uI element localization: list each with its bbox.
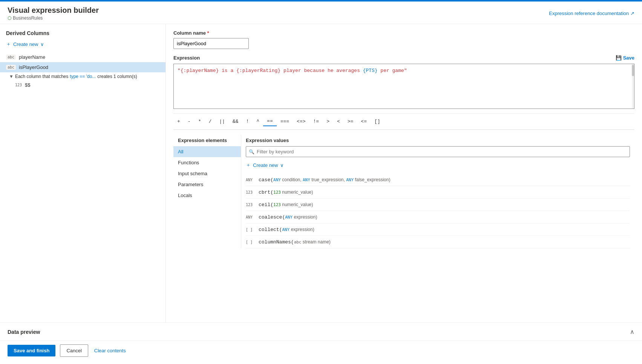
- page-title: Visual expression builder: [8, 6, 99, 15]
- op-strict-equal[interactable]: ===: [277, 117, 293, 126]
- expression-label-text: Expression: [173, 55, 200, 61]
- func-item-ceil[interactable]: 123 ceil(123 numeric_value): [246, 199, 630, 211]
- dollar-item: 123 $$: [0, 81, 165, 89]
- save-expression-button[interactable]: 💾 Save: [616, 55, 634, 61]
- func-item-cbrt[interactable]: 123 cbrt(123 numeric_value): [246, 186, 630, 199]
- pattern-item: ▼ Each column that matches type == 'do..…: [0, 72, 165, 81]
- column-name-input[interactable]: [173, 38, 249, 49]
- expr-playerName-ref: {:playerName}: [181, 68, 219, 73]
- filter-search-icon: 🔍: [249, 149, 254, 154]
- nav-item-input-schema[interactable]: Input schema: [173, 168, 241, 179]
- func-item-coalesce[interactable]: ANY coalesce(ANY expression): [246, 211, 630, 223]
- plus-icon-expr: ＋: [246, 162, 251, 168]
- func-item-case[interactable]: ANY case(ANY condition, ANY true_express…: [246, 174, 630, 186]
- nav-item-locals[interactable]: Locals: [173, 190, 241, 201]
- op-divide[interactable]: /: [205, 117, 215, 126]
- header-info: Visual expression builder ⬡ BusinessRule…: [8, 6, 99, 21]
- op-equal[interactable]: ==: [263, 117, 277, 126]
- chevron-down-expr-icon: ∨: [280, 162, 284, 168]
- data-preview-collapse-button[interactable]: ∧: [630, 328, 634, 335]
- expr-playerRating-ref: {:playerRating}: [236, 68, 280, 73]
- expression-elements: Expression elements All Functions Input …: [173, 135, 241, 248]
- op-gte[interactable]: >=: [344, 117, 357, 126]
- case-func: case(ANY condition, ANY true_expression,…: [259, 177, 390, 183]
- op-brackets[interactable]: []: [371, 117, 384, 126]
- editor-scrollbar[interactable]: [632, 64, 634, 109]
- cancel-button[interactable]: Cancel: [60, 344, 88, 357]
- save-floppy-icon: 💾: [616, 55, 622, 61]
- create-new-expr-button[interactable]: ＋ Create new ∨: [246, 161, 630, 169]
- op-caret[interactable]: ^: [253, 117, 263, 126]
- pattern-link[interactable]: type == 'do...: [70, 74, 96, 79]
- data-preview-title: Data preview: [8, 329, 40, 335]
- external-link-icon: ↗: [630, 11, 634, 16]
- filter-input[interactable]: [246, 146, 630, 157]
- collect-func: collect(ANY expression): [259, 226, 314, 232]
- expr-pts-ref: {PTS}: [363, 68, 378, 73]
- func-item-collect[interactable]: [ ] collect(ANY expression): [246, 223, 630, 236]
- right-panel: Column name * Expression 💾 Save "{:playe…: [166, 24, 642, 323]
- collect-type: [ ]: [246, 228, 256, 232]
- op-multiply[interactable]: *: [195, 117, 205, 126]
- expression-section: Expression 💾 Save: [173, 55, 634, 61]
- expr-values-title: Expression values: [246, 135, 630, 146]
- create-new-button[interactable]: ＋ Create new ∨: [0, 39, 165, 49]
- doc-link-text: Expression reference documentation: [549, 11, 629, 16]
- ceil-func: ceil(123 numeric_value): [259, 202, 313, 208]
- dollar-name: $$: [25, 82, 30, 88]
- plus-icon: ＋: [6, 41, 11, 47]
- cbrt-type: 123: [246, 190, 256, 194]
- expression-editor[interactable]: "{:playerName} is a {:playerRating} play…: [173, 64, 634, 109]
- main-layout: Derived Columns ＋ Create new ∨ abc playe…: [0, 24, 642, 323]
- column-type-abc-2: abc: [6, 65, 16, 70]
- op-lt[interactable]: <: [333, 117, 344, 126]
- column-item-playerName[interactable]: abc playerName: [0, 52, 165, 62]
- column-name-isPlayerGood: isPlayerGood: [19, 64, 48, 70]
- required-star: *: [207, 30, 209, 36]
- columnNames-func: columnNames(abc stream name): [259, 239, 331, 245]
- business-rules-icon: ⬡: [8, 15, 11, 21]
- pattern-label: Each column that matches: [15, 74, 68, 79]
- column-type-abc: abc: [6, 55, 16, 60]
- column-name-label: Column name *: [173, 30, 634, 36]
- clear-contents-button[interactable]: Clear contents: [93, 345, 127, 356]
- op-or[interactable]: ||: [215, 117, 229, 126]
- operators-row: + - * / || && ! ^ == === <=> != > < >= <…: [173, 113, 634, 130]
- pattern-suffix: creates 1 column(s): [97, 74, 137, 79]
- column-item-isPlayerGood[interactable]: abc isPlayerGood: [0, 62, 165, 72]
- create-new-label: Create new: [13, 41, 38, 47]
- ceil-type: 123: [246, 203, 256, 207]
- derived-columns-title: Derived Columns: [0, 30, 165, 39]
- column-name-playerName: playerName: [19, 54, 45, 60]
- header: Visual expression builder ⬡ BusinessRule…: [0, 2, 642, 24]
- op-minus[interactable]: -: [184, 117, 195, 126]
- nav-item-functions[interactable]: Functions: [173, 157, 241, 168]
- save-label: Save: [623, 55, 634, 61]
- save-finish-button[interactable]: Save and finish: [8, 345, 55, 356]
- doc-link[interactable]: Expression reference documentation ↗: [549, 11, 634, 16]
- op-lte[interactable]: <=: [357, 117, 371, 126]
- case-type: ANY: [246, 178, 256, 182]
- filter-wrap: 🔍: [246, 146, 630, 157]
- op-plus[interactable]: +: [173, 117, 184, 126]
- action-bar: Save and finish Cancel Clear contents: [0, 341, 642, 360]
- nav-item-all[interactable]: All: [173, 146, 241, 157]
- dollar-type: 123: [15, 83, 22, 87]
- create-new-expr-label: Create new: [253, 162, 278, 168]
- data-preview-bar: Data preview ∧: [0, 323, 642, 341]
- op-gt[interactable]: >: [323, 117, 333, 126]
- expr-player-text: player because he averages: [280, 68, 363, 73]
- columnNames-type: [ ]: [246, 240, 256, 244]
- expr-open-quote: ": [178, 68, 181, 73]
- expr-elements-title: Expression elements: [173, 135, 241, 146]
- arrow-icon: ▼: [9, 74, 14, 79]
- chevron-down-icon: ∨: [40, 41, 44, 47]
- nav-item-parameters[interactable]: Parameters: [173, 179, 241, 190]
- func-item-columnNames[interactable]: [ ] columnNames(abc stream name): [246, 236, 630, 248]
- op-spaceship[interactable]: <=>: [293, 117, 309, 126]
- op-not-equal[interactable]: !=: [310, 117, 323, 126]
- expression-values: Expression values 🔍 ＋ Create new ∨ ANY c…: [241, 135, 634, 248]
- left-panel: Derived Columns ＋ Create new ∨ abc playe…: [0, 24, 166, 323]
- op-not[interactable]: !: [242, 117, 253, 126]
- op-and[interactable]: &&: [229, 117, 242, 126]
